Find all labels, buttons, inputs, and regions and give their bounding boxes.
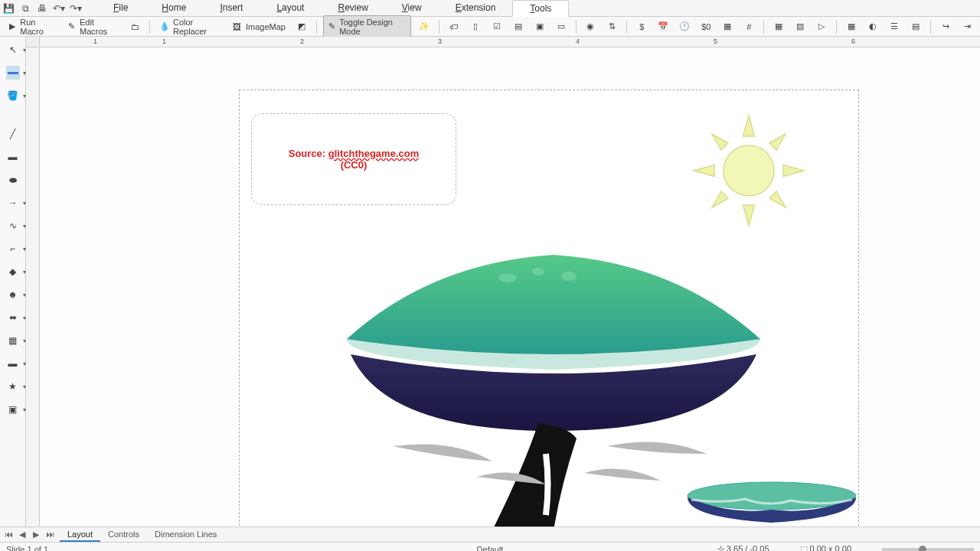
svg-marker-6 [769, 134, 786, 150]
color-replacer-button[interactable]: 💧Color Replacer [156, 16, 224, 37]
menu-file[interactable]: File [96, 0, 145, 17]
nav-button[interactable]: ↪ [937, 20, 954, 34]
menu-review[interactable]: Review [321, 0, 384, 17]
menu-extension[interactable]: Extension [439, 0, 513, 17]
svg-point-12 [688, 482, 856, 510]
folder-icon: 🗀 [129, 21, 140, 32]
menu-tools[interactable]: Tools [512, 0, 569, 17]
textbox-button[interactable]: ▯ [467, 20, 484, 34]
label-button[interactable]: 🏷 [446, 20, 462, 34]
prev-slide-button[interactable]: ◀ [17, 530, 28, 540]
toggle-design-mode-button[interactable]: ✎Toggle Design Mode [323, 15, 411, 38]
checkbox-button[interactable]: ☑ [488, 20, 505, 34]
props-button[interactable]: ☰ [886, 20, 903, 34]
block-arrows-tool[interactable]: ⬌▾ [6, 311, 20, 324]
connector-tool[interactable]: ⌐▾ [6, 242, 20, 256]
rect-tool[interactable]: ▬ [6, 150, 20, 164]
toggle-design-label: Toggle Design Mode [339, 18, 407, 36]
nav-icon: ◐ [867, 21, 878, 32]
numeric-button[interactable]: # [740, 20, 757, 34]
menu-layout[interactable]: Layout [260, 0, 321, 17]
combobox-button[interactable]: ▣ [531, 20, 548, 34]
pattern-button[interactable]: ▦ [719, 20, 736, 34]
line-color-tool[interactable]: ▾ [6, 66, 20, 80]
basic-shapes-tool[interactable]: ◆▾ [6, 265, 20, 279]
wand-icon: ✨ [419, 21, 430, 32]
slide[interactable]: Source: glitchthegame.com (CC0) [239, 90, 859, 527]
fill-color-tool[interactable]: 🪣▾ [6, 89, 20, 103]
ruler-mark: 3 [438, 37, 442, 45]
flowchart-tool[interactable]: ▦▾ [6, 334, 20, 347]
image-map-button[interactable]: 🖼ImageMap [229, 20, 289, 34]
ruler-vertical [26, 47, 40, 527]
toolbar: ▶Run Macro ✎Edit Macros 🗀 💧Color Replace… [0, 17, 980, 37]
svg-marker-5 [712, 134, 728, 150]
currency2-button[interactable]: $0 [697, 20, 714, 34]
first-slide-button[interactable]: ⏮ [3, 530, 14, 540]
pond-image[interactable] [684, 481, 860, 527]
curve-tool[interactable]: ∿▾ [6, 219, 20, 233]
svg-marker-7 [712, 191, 728, 207]
listbox-button[interactable]: ▤ [510, 20, 527, 34]
canvas[interactable]: Source: glitchthegame.com (CC0) [40, 47, 980, 527]
sun-image[interactable] [691, 113, 806, 228]
spin-button[interactable]: ⇅ [603, 20, 620, 34]
source-textbox[interactable]: Source: glitchthegame.com (CC0) [251, 113, 456, 205]
time-button[interactable]: 🕐 [676, 20, 693, 34]
undo-icon[interactable]: ↶▾ [54, 3, 64, 14]
zoom-slider[interactable] [882, 548, 974, 551]
pushbutton-button[interactable]: ▭ [553, 20, 570, 34]
svg-marker-3 [694, 165, 714, 177]
arrow-tool[interactable]: →▾ [6, 196, 20, 210]
redo-icon[interactable]: ↷▾ [70, 3, 81, 14]
save-icon[interactable]: 💾 [3, 3, 14, 14]
copy-icon[interactable]: ⧉ [20, 3, 31, 14]
drop-icon: 💧 [159, 21, 170, 32]
form-props-button[interactable]: ▤ [907, 20, 924, 34]
image-control-button[interactable]: ▧ [792, 20, 808, 34]
ellipse-tool[interactable]: ⬬ [6, 173, 20, 187]
wand-button[interactable]: ✨ [416, 20, 433, 34]
3d-tool[interactable]: ▣▾ [6, 403, 20, 416]
tag-icon: 🏷 [449, 21, 459, 32]
ruler-mark: 4 [576, 37, 580, 45]
crop-button[interactable]: ◩ [293, 20, 310, 34]
stars-tool[interactable]: ★▾ [6, 380, 20, 393]
ruler-mark: 2 [300, 37, 304, 45]
print-icon[interactable]: 🖶 [37, 3, 47, 14]
tab-dimension-lines[interactable]: Dimension Lines [147, 528, 224, 542]
date-button[interactable]: 📅 [655, 20, 671, 34]
svg-point-9 [498, 273, 517, 282]
svg-marker-1 [743, 116, 755, 136]
menu-insert[interactable]: Insert [203, 0, 260, 17]
ruler-mark: 1 [162, 37, 166, 45]
file-button[interactable]: ▷ [813, 20, 830, 34]
group-button[interactable]: ▦ [770, 20, 787, 34]
menu-home[interactable]: Home [145, 0, 203, 17]
crop-icon: ◩ [296, 21, 307, 32]
menu-view[interactable]: View [385, 0, 439, 17]
next-slide-button[interactable]: ▶ [31, 530, 41, 540]
workspace: ↖▾ ▾ 🪣▾ ╱ ▬ ⬬ →▾ ∿▾ ⌐▾ ◆▾ ☻▾ ⬌▾ ▦▾ ▬▾ ★▾… [0, 37, 980, 527]
textbox-icon: ▯ [470, 21, 481, 32]
tab-layout[interactable]: Layout [60, 528, 100, 542]
tablectl-icon: ▦ [846, 21, 857, 32]
play-icon: ▶ [8, 21, 17, 32]
callout-tool[interactable]: ▬▾ [6, 357, 20, 370]
symbol-shapes-tool[interactable]: ☻▾ [6, 288, 20, 302]
run-macro-button[interactable]: ▶Run Macro [5, 16, 60, 37]
tab-order-button[interactable]: ⇥ [959, 20, 975, 34]
last-slide-button[interactable]: ⏭ [44, 530, 55, 540]
navarrow-icon: ↪ [940, 21, 951, 32]
line-tool[interactable]: ╱ [6, 127, 20, 141]
table-control-button[interactable]: ▦ [843, 20, 860, 34]
pencil-icon: ✎ [327, 21, 336, 32]
menu-items: FileHomeInsertLayoutReviewViewExtensionT… [96, 0, 569, 17]
edit-macros-button[interactable]: ✎Edit Macros [64, 16, 122, 37]
tab-controls[interactable]: Controls [100, 528, 147, 542]
open-dialog-button[interactable]: 🗀 [126, 20, 143, 34]
currency-button[interactable]: $ [633, 20, 650, 34]
nav-bar-button[interactable]: ◐ [864, 20, 881, 34]
option-button[interactable]: ◉ [582, 20, 599, 34]
pointer-tool[interactable]: ↖▾ [6, 43, 20, 57]
